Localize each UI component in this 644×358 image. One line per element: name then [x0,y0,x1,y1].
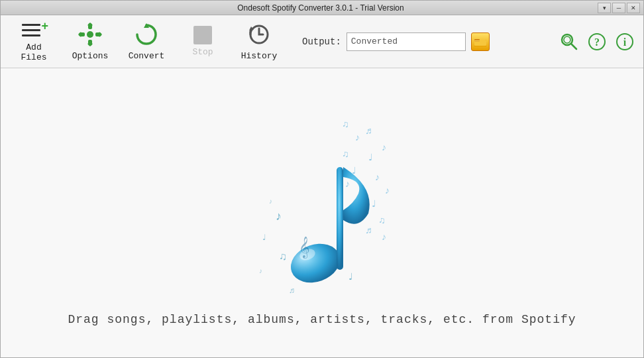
output-label: Output: [302,36,341,47]
svg-line-17 [571,44,576,49]
svg-text:♪: ♪ [385,186,390,196]
svg-text:♫: ♫ [378,215,386,225]
svg-text:♪: ♪ [276,209,282,223]
history-icon [247,23,271,48]
add-files-button[interactable]: + Add Files [7,18,60,66]
svg-text:♪: ♪ [375,172,380,182]
music-illustration: ♪ ♩ ♫ ♪ ♬ ♩ ♪ ♫ ♩ ♪ ♫ ♩ ♪ ♬ ♪ ♫ [236,101,408,306]
main-content: ♪ ♩ ♫ ♪ ♬ ♩ ♪ ♫ ♩ ♪ ♫ ♩ ♪ ♬ ♪ ♫ [1,68,643,358]
minimize-btn[interactable]: ─ [612,3,625,13]
svg-text:♪: ♪ [345,179,350,189]
svg-text:♬: ♬ [365,225,372,235]
svg-rect-41 [337,167,343,270]
svg-text:♩: ♩ [349,272,353,282]
svg-text:𝄞: 𝄞 [299,236,310,259]
window-controls[interactable]: ▾ ─ ✕ [598,3,640,13]
output-input[interactable] [347,32,466,51]
folder-button[interactable] [471,32,490,51]
stop-label: Stop [192,47,213,57]
add-files-label: Add Files [11,42,57,62]
svg-rect-15 [474,40,486,46]
svg-text:♪: ♪ [382,232,386,242]
options-label: Options [72,51,109,61]
convert-button[interactable]: Convert [120,18,173,66]
toolbar: + Add Files [1,15,643,68]
svg-text:♩: ♩ [372,199,376,209]
convert-icon [134,23,158,48]
history-button[interactable]: History [233,18,286,66]
close-btn[interactable]: ✕ [627,3,640,13]
svg-point-40 [286,237,346,290]
output-area: Output: [302,32,547,51]
svg-text:♪: ♪ [355,133,360,143]
gear-icon [78,23,102,48]
svg-text:♩: ♩ [262,233,266,242]
drag-hint: Drag songs, playlists, albums, artists, … [68,313,576,326]
dropdown-btn[interactable]: ▾ [598,3,611,13]
history-label: History [241,51,278,61]
svg-text:?: ? [594,36,600,48]
stop-icon [193,26,212,44]
svg-text:♩: ♩ [368,152,373,162]
window-title: Ondesoft Spotify Converter 3.0.1 - Trial… [44,3,598,13]
svg-text:♪: ♪ [382,143,386,152]
svg-text:♫: ♫ [342,149,349,159]
info-button[interactable]: i [613,30,637,54]
help-button[interactable]: ? [585,30,609,54]
svg-point-0 [87,31,93,38]
svg-text:♫: ♫ [342,119,349,129]
options-button[interactable]: Options [64,18,117,66]
svg-text:♫: ♫ [279,251,287,262]
svg-point-18 [564,36,570,43]
convert-label: Convert [129,51,165,61]
svg-text:♪: ♪ [269,198,272,205]
title-bar: Ondesoft Spotify Converter 3.0.1 - Trial… [1,1,643,15]
svg-text:♬: ♬ [289,286,295,295]
action-icons: ? i [557,30,637,54]
svg-text:♪: ♪ [259,267,262,274]
svg-text:♬: ♬ [365,126,372,136]
search-button[interactable] [557,30,581,54]
add-files-icon: + [22,21,46,40]
svg-text:i: i [623,36,627,48]
stop-button[interactable]: Stop [176,18,229,66]
